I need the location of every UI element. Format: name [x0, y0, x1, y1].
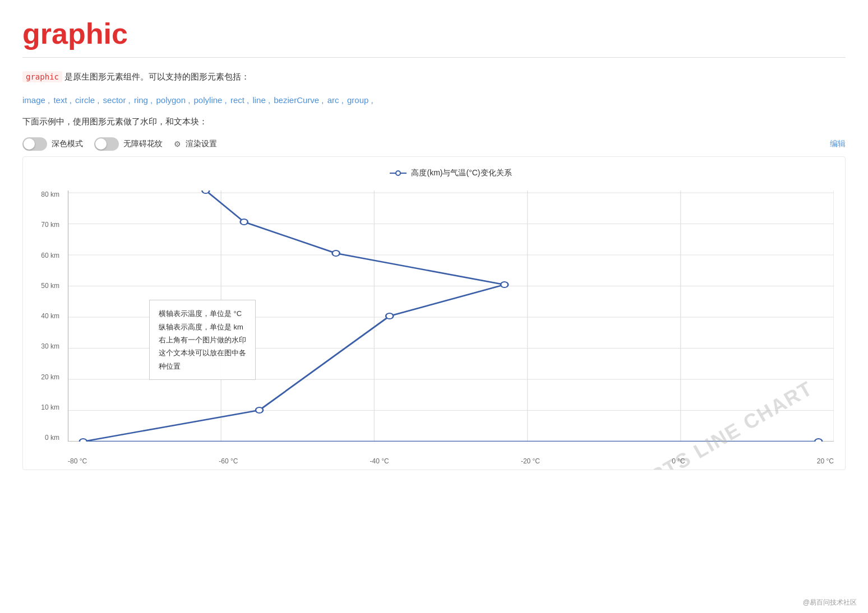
svg-point-19 — [202, 191, 209, 193]
text-block-line5: 种位置 — [159, 360, 246, 373]
y-label-40: 40 km — [29, 312, 59, 320]
y-label-50: 50 km — [29, 282, 59, 290]
y-label-20: 20 km — [29, 373, 59, 381]
svg-point-21 — [333, 250, 340, 256]
render-label: 渲染设置 — [186, 139, 217, 149]
dark-mode-label: 深色模式 — [52, 139, 83, 149]
svg-point-22 — [501, 282, 508, 287]
x-label-0: 0 °C — [672, 457, 685, 465]
accessibility-label: 无障碍花纹 — [123, 139, 163, 149]
page-title: graphic — [22, 17, 846, 50]
y-axis: 0 km 10 km 20 km 30 km 40 km 50 km 60 km… — [29, 191, 59, 442]
text-block: 横轴表示温度，单位是 °C 纵轴表示高度，单位是 km 右上角有一个图片做的水印… — [149, 300, 256, 380]
text-block-line3: 右上角有一个图片做的水印 — [159, 333, 246, 346]
y-label-70: 70 km — [29, 221, 59, 229]
y-label-60: 60 km — [29, 252, 59, 259]
svg-point-25 — [80, 439, 87, 442]
legend-item — [390, 169, 407, 177]
accessibility-toggle[interactable] — [94, 137, 119, 151]
svg-point-1 — [396, 171, 400, 175]
subtitle: 下面示例中，使用图形元素做了水印，和文本块： — [22, 117, 846, 127]
text-block-line2: 纵轴表示高度，单位是 km — [159, 321, 246, 333]
text-block-line4: 这个文本块可以放在图中各 — [159, 346, 246, 359]
chart-area: ECHARTS LINE CHART 横轴表示温度，单位是 °C 纵轴表示高度，… — [68, 191, 834, 442]
edit-button[interactable]: 编辑 — [830, 139, 846, 149]
svg-point-24 — [256, 407, 263, 413]
y-label-0: 0 km — [29, 434, 59, 442]
x-label--20: -20 °C — [521, 457, 540, 465]
y-label-10: 10 km — [29, 403, 59, 411]
chart-title-text: 高度(km)与气温(°C)变化关系 — [411, 168, 511, 178]
text-block-line1: 横轴表示温度，单位是 °C — [159, 307, 246, 320]
description: graphic 是原生图形元素组件。可以支持的图形元素包括： — [22, 69, 846, 84]
type-list: image , text , circle , sector , ring , … — [22, 92, 846, 109]
accessibility-toggle-item: 无障碍花纹 — [94, 137, 163, 151]
y-label-80: 80 km — [29, 191, 59, 198]
legend-line-svg — [390, 169, 407, 177]
svg-point-26 — [815, 439, 822, 442]
gear-icon: ⚙ — [174, 140, 181, 148]
render-settings-item[interactable]: ⚙ 渲染设置 — [174, 139, 217, 149]
svg-point-23 — [386, 313, 393, 319]
x-axis: -80 °C -60 °C -40 °C -20 °C 0 °C 20 °C — [68, 457, 834, 465]
title-divider — [22, 57, 846, 58]
code-graphic: graphic — [22, 71, 62, 82]
x-label--80: -80 °C — [68, 457, 87, 465]
toolbar: 深色模式 无障碍花纹 ⚙ 渲染设置 编辑 — [22, 137, 846, 151]
svg-point-20 — [241, 219, 248, 225]
dark-mode-toggle-item: 深色模式 — [22, 137, 83, 151]
chart-container: 高度(km)与气温(°C)变化关系 0 km 10 km 20 km 30 km… — [22, 156, 846, 470]
x-label-20: 20 °C — [817, 457, 834, 465]
x-label--40: -40 °C — [370, 457, 389, 465]
x-label--60: -60 °C — [219, 457, 238, 465]
chart-title: 高度(km)与气温(°C)变化关系 — [68, 168, 834, 178]
y-label-30: 30 km — [29, 342, 59, 350]
dark-mode-toggle[interactable] — [22, 137, 47, 151]
